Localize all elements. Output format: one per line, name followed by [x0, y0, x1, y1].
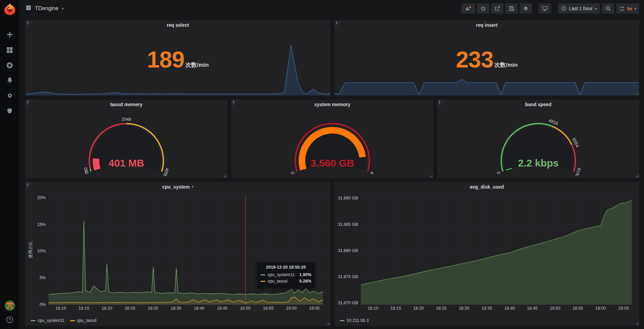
svg-text:18:40: 18:40 — [504, 306, 515, 311]
panel-title-text: req select — [167, 20, 189, 30]
monitor-icon — [542, 5, 548, 12]
resize-handle[interactable] — [327, 92, 330, 95]
share-button[interactable] — [491, 3, 503, 14]
panel-cpu-system: i cpu_system ▾ 0%5%10%15%20%18:1018:1518… — [25, 182, 330, 326]
info-icon[interactable]: i — [25, 100, 34, 108]
zoom-out-button[interactable] — [602, 3, 614, 14]
series-swatch — [261, 274, 265, 275]
series-swatch — [340, 320, 345, 321]
gauge: 043.560 GB — [231, 109, 433, 176]
settings-button[interactable] — [520, 3, 532, 14]
panel-title-text: avg_disk_used — [470, 182, 504, 192]
gauge: 04916655481922.2 kbps — [437, 109, 639, 176]
legend-label: 10.211.55.3 — [347, 318, 369, 323]
grafana-flame-icon — [3, 2, 16, 15]
svg-text:18:10: 18:10 — [368, 306, 378, 311]
svg-text:18:50: 18:50 — [240, 306, 250, 311]
svg-text:20%: 20% — [37, 195, 46, 200]
svg-text:?: ? — [8, 317, 11, 322]
svg-text:15%: 15% — [37, 222, 46, 227]
panel-req-insert: i req insert 233 次数/min — [334, 20, 639, 96]
save-button[interactable] — [505, 3, 518, 14]
help-question-icon[interactable]: ? — [6, 315, 14, 324]
chevron-down-icon: ▾ — [635, 7, 636, 11]
info-icon[interactable]: i — [437, 100, 445, 108]
resize-handle[interactable] — [327, 322, 330, 325]
time-range-button[interactable]: Last 1 hour ▾ — [558, 3, 600, 14]
chart-legend: cpu_system11cpu_taosd — [31, 318, 96, 323]
svg-text:19:00: 19:00 — [286, 306, 296, 311]
resize-handle[interactable] — [430, 174, 433, 177]
info-icon[interactable]: i — [334, 20, 342, 28]
svg-text:19:00: 19:00 — [595, 306, 606, 311]
star-icon — [480, 5, 486, 12]
chevron-down-icon: ▾ — [192, 182, 193, 192]
chevron-down-icon: ▾ — [595, 7, 597, 11]
resize-handle[interactable] — [636, 174, 639, 177]
svg-text:18:25: 18:25 — [125, 306, 135, 311]
svg-text:19:05: 19:05 — [309, 306, 319, 311]
add-panel-button[interactable] — [461, 3, 475, 14]
grafana-logo[interactable] — [0, 0, 19, 18]
info-icon[interactable]: i — [231, 100, 240, 108]
legend-item[interactable]: 10.211.55.3 — [340, 318, 369, 323]
svg-text:18:35: 18:35 — [481, 306, 492, 311]
svg-text:18:30: 18:30 — [459, 306, 469, 311]
chevron-down-icon[interactable]: ▾ — [62, 6, 64, 11]
tooltip-label: cpu_taosd: — [268, 278, 288, 285]
gear-icon[interactable] — [6, 92, 14, 100]
resize-handle[interactable] — [636, 322, 639, 325]
info-icon[interactable]: i — [25, 20, 34, 28]
compass-icon[interactable] — [6, 61, 14, 69]
panel-title[interactable]: req select — [25, 20, 330, 30]
dashboard-grid-icon[interactable] — [25, 5, 32, 12]
star-button[interactable] — [477, 3, 489, 14]
avatar[interactable] — [4, 300, 15, 311]
series-swatch — [31, 320, 36, 321]
resize-handle[interactable] — [636, 92, 639, 95]
panel-title[interactable]: band speed — [437, 100, 639, 109]
panel-title[interactable]: cpu_system ▾ — [25, 182, 330, 192]
legend-label: cpu_taosd — [77, 318, 97, 323]
svg-text:10%: 10% — [37, 249, 46, 253]
panel-title[interactable]: req insert — [334, 20, 639, 30]
resize-handle[interactable] — [224, 174, 227, 177]
tooltip-row: cpu_taosd: 0.28% — [261, 278, 311, 285]
svg-text:使用占比: 使用占比 — [28, 241, 33, 258]
panel-title[interactable]: avg_disk_used — [334, 182, 639, 192]
svg-text:31.880 GB: 31.880 GB — [338, 248, 358, 253]
shield-icon[interactable] — [6, 107, 14, 115]
svg-text:0%: 0% — [40, 302, 46, 307]
dashboard-grid: i req select 189 次数/min i req insert 233… — [19, 17, 644, 326]
sparkline — [26, 44, 330, 95]
bell-icon[interactable] — [6, 76, 14, 84]
svg-text:31.885 GB: 31.885 GB — [338, 222, 358, 227]
svg-text:18:50: 18:50 — [550, 306, 560, 311]
dashboard-title[interactable]: TDengine — [35, 5, 58, 12]
info-icon[interactable]: i — [25, 182, 34, 190]
cycle-view-button[interactable] — [539, 3, 551, 14]
svg-text:31.875 GB: 31.875 GB — [338, 274, 358, 279]
svg-text:18:15: 18:15 — [79, 306, 89, 311]
series-swatch — [261, 281, 265, 282]
svg-text:4096: 4096 — [162, 167, 170, 176]
plus-icon[interactable] — [6, 31, 14, 39]
refresh-interval-label: 5s — [627, 6, 632, 11]
dashboards-grid-icon[interactable] — [6, 46, 14, 54]
svg-text:18:30: 18:30 — [148, 306, 158, 311]
stat-unit: 次数/min — [494, 61, 518, 69]
legend-item[interactable]: cpu_system11 — [31, 318, 65, 323]
stat-number: 233 — [456, 50, 493, 69]
time-range-label: Last 1 hour — [569, 6, 593, 11]
svg-text:18:15: 18:15 — [391, 306, 401, 311]
zoom-out-icon — [605, 5, 611, 12]
tooltip-time: 2019-12-20 18:50:20 — [261, 265, 311, 270]
panel-title[interactable]: taosd memery — [25, 100, 227, 109]
svg-text:31.890 GB: 31.890 GB — [338, 196, 358, 200]
svg-text:18:20: 18:20 — [102, 306, 112, 311]
legend-item[interactable]: cpu_taosd — [70, 318, 97, 323]
sidebar: ? — [0, 0, 19, 329]
refresh-button[interactable]: 5s ▾ — [616, 3, 640, 14]
tooltip-row: cpu_system11: 1.90% — [261, 272, 311, 278]
panel-title[interactable]: system memory — [231, 100, 433, 109]
